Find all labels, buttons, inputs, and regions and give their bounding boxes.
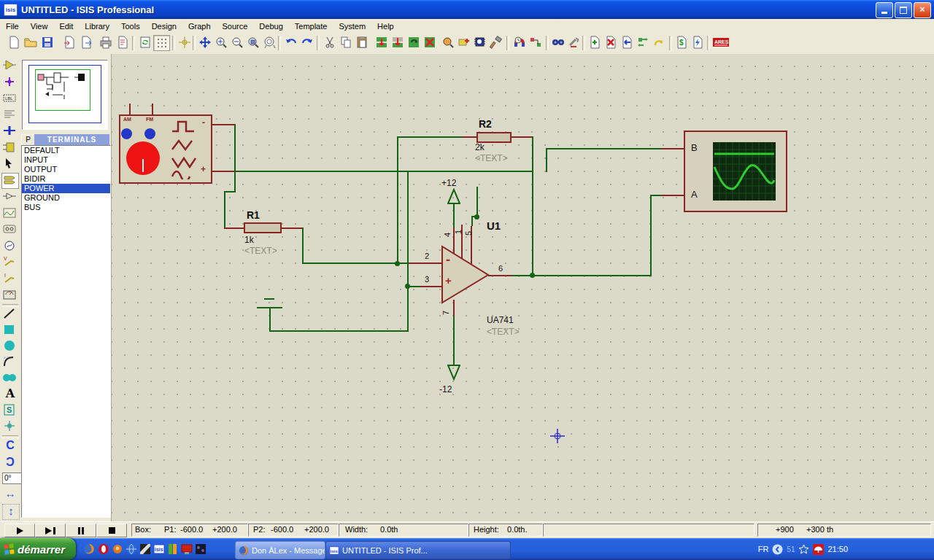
block-move-icon[interactable] — [390, 35, 405, 50]
task-button-isis[interactable]: isis UNTITLED - ISIS Prof... — [325, 541, 511, 559]
start-button[interactable]: démarrer — [0, 538, 76, 560]
redo-icon[interactable] — [299, 35, 314, 50]
bill-of-materials-icon[interactable]: $ — [674, 35, 689, 50]
wire-segment[interactable] — [453, 316, 455, 365]
text-script-icon[interactable] — [2, 108, 18, 122]
generator-mode-icon[interactable] — [2, 239, 18, 254]
virtual-instrument-icon[interactable] — [2, 288, 18, 303]
restore-button[interactable] — [895, 2, 912, 18]
wire-segment[interactable] — [269, 330, 409, 332]
print-icon[interactable] — [98, 35, 113, 50]
opera-quicklaunch-icon[interactable] — [98, 543, 109, 555]
menu-design[interactable]: Design — [146, 20, 182, 32]
power-terminal-down[interactable] — [447, 364, 460, 381]
wire-segment[interactable] — [224, 191, 236, 192]
power-terminal-up[interactable] — [447, 188, 460, 205]
cut-icon[interactable] — [322, 35, 337, 50]
2d-circle-icon[interactable] — [2, 339, 18, 354]
rotate-anticlockwise-icon[interactable]: C — [2, 456, 18, 470]
origin-icon[interactable] — [177, 35, 192, 50]
minimize-button[interactable] — [876, 2, 893, 18]
search-icon[interactable] — [550, 35, 566, 50]
import-section-icon[interactable] — [61, 35, 77, 50]
wire-segment[interactable] — [546, 148, 547, 172]
menu-system[interactable]: System — [333, 20, 371, 32]
decompose-icon[interactable] — [488, 35, 503, 50]
menu-source[interactable]: Source — [217, 20, 254, 32]
voltage-probe-icon[interactable]: V — [2, 255, 18, 270]
terminal-item-default[interactable]: DEFAULT — [22, 146, 110, 155]
wire-segment[interactable] — [397, 136, 463, 138]
quicklaunch-icon-9[interactable] — [195, 543, 207, 555]
terminal-item-bus[interactable]: BUS — [22, 203, 110, 212]
close-button[interactable]: × — [914, 2, 931, 18]
2d-symbol-icon[interactable]: S — [2, 403, 18, 418]
wire-segment[interactable] — [234, 125, 236, 192]
menu-template[interactable]: Template — [289, 20, 333, 32]
2d-path-icon[interactable] — [2, 371, 18, 386]
rotate-clockwise-icon[interactable]: C — [2, 439, 18, 454]
redraw-icon[interactable] — [137, 35, 153, 50]
export-section-icon[interactable] — [78, 35, 93, 50]
wire-segment[interactable] — [650, 195, 652, 276]
horizontal-mirror-icon[interactable]: ↔ — [2, 487, 18, 502]
resistor-r1[interactable] — [244, 222, 282, 233]
stop-button[interactable] — [96, 524, 127, 537]
2d-marker-icon[interactable] — [2, 419, 18, 434]
bus-icon[interactable] — [2, 124, 18, 139]
exit-to-parent-icon[interactable] — [619, 35, 634, 50]
title-bar[interactable]: isis UNTITLED - ISIS Professional × — [0, 0, 934, 19]
toggle-grid-icon[interactable] — [153, 35, 170, 51]
terminal-item-input[interactable]: INPUT — [22, 155, 110, 165]
remove-sheet-icon[interactable] — [603, 35, 618, 50]
menu-help[interactable]: Help — [371, 20, 400, 32]
quicklaunch-icon-3[interactable] — [112, 543, 123, 555]
2d-box-icon[interactable] — [2, 323, 18, 338]
terminal-item-ground[interactable]: GROUND — [22, 193, 110, 203]
vertical-mirror-icon[interactable]: ↕ — [2, 504, 20, 520]
object-selector-list[interactable]: DEFAULT INPUT OUTPUT BIDIR POWER GROUND … — [21, 145, 111, 518]
zoom-area-icon[interactable] — [245, 35, 260, 50]
wire-segment[interactable] — [532, 136, 533, 276]
wire-label-icon[interactable]: LBL — [2, 91, 18, 106]
monitor-quicklaunch-icon[interactable] — [181, 543, 193, 555]
block-delete-icon[interactable] — [422, 35, 437, 50]
wire-segment[interactable] — [476, 187, 478, 217]
generator-fm-knob[interactable] — [144, 128, 155, 139]
electrical-rule-check-icon[interactable] — [690, 35, 705, 50]
design-overview-panel[interactable] — [22, 60, 108, 130]
wire-segment[interactable] — [224, 191, 225, 228]
instant-edit-icon[interactable] — [2, 157, 18, 171]
2d-line-icon[interactable] — [2, 307, 18, 322]
copy-icon[interactable] — [338, 35, 353, 50]
wire-segment[interactable] — [407, 171, 409, 332]
zoom-to-child-icon[interactable] — [651, 35, 666, 50]
wire-segment[interactable] — [546, 148, 663, 149]
media-quicklaunch-icon[interactable] — [167, 543, 179, 555]
menu-graph[interactable]: Graph — [182, 20, 217, 32]
ground-terminal[interactable] — [269, 307, 271, 331]
menu-view[interactable]: View — [25, 20, 54, 32]
search-tag-icon[interactable] — [528, 35, 543, 50]
generator-am-knob[interactable] — [121, 128, 132, 139]
terminal-item-bidir[interactable]: BIDIR — [22, 174, 110, 184]
wire-segment[interactable] — [302, 262, 410, 264]
junction-dot-icon[interactable] — [2, 75, 18, 90]
open-file-icon[interactable] — [23, 35, 38, 50]
generator-main-knob[interactable] — [126, 141, 160, 175]
block-rotate-icon[interactable] — [406, 35, 421, 50]
oscilloscope[interactable]: B A — [684, 131, 787, 212]
schematic-canvas[interactable]: AM FM - + — [112, 54, 934, 522]
zoom-all-icon[interactable] — [261, 35, 277, 50]
menu-debug[interactable]: Debug — [253, 20, 288, 32]
mark-output-area-icon[interactable] — [115, 35, 130, 50]
wire-segment[interactable] — [236, 171, 533, 172]
internet-globe-icon[interactable] — [126, 543, 137, 555]
quicklaunch-icon-5[interactable] — [139, 543, 151, 555]
wire-segment[interactable] — [453, 204, 455, 228]
menu-edit[interactable]: Edit — [53, 20, 79, 32]
menu-tools[interactable]: Tools — [115, 20, 146, 32]
netlist-to-ares-icon[interactable]: ARES — [711, 35, 730, 50]
goto-sheet-icon[interactable] — [635, 35, 650, 50]
menu-library[interactable]: Library — [79, 20, 115, 32]
